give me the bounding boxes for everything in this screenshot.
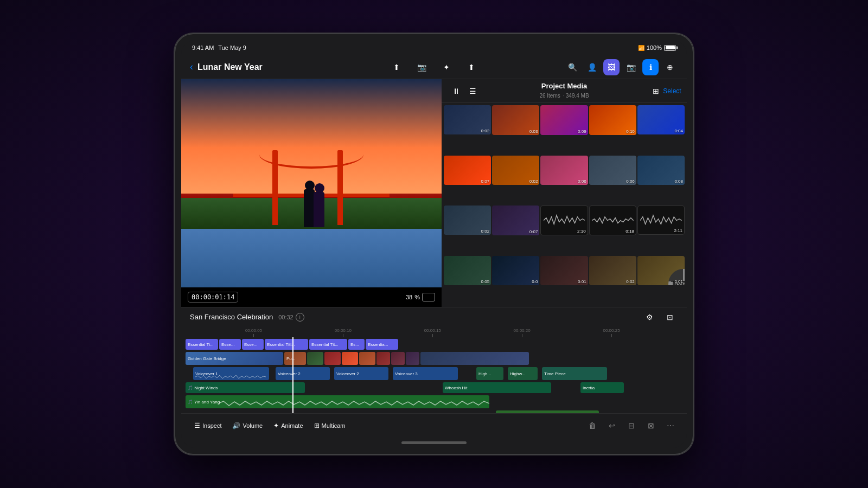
nav-right: 🔍 👤 🖼 📷 ℹ ⊕ — [515, 59, 678, 75]
media-thumb[interactable]: 0:03 — [492, 105, 539, 135]
video-clip[interactable] — [420, 352, 529, 365]
video-controls: 00:00:01:14 38 % — [181, 287, 442, 307]
video-clip[interactable] — [359, 352, 375, 365]
voiceover-clip-2a[interactable]: Voiceover 2 — [276, 367, 330, 380]
info-button[interactable]: ℹ — [642, 59, 659, 75]
video-clip[interactable]: Pu... — [284, 352, 306, 365]
multicam-label: Multicam — [322, 422, 346, 429]
animate-button[interactable]: ✦ Animate — [269, 420, 307, 432]
media-thumb[interactable]: 0:06 — [589, 156, 636, 185]
media-thumb[interactable]: PLAYHEAD × 0:01 — [637, 256, 685, 285]
thumb-duration: 2:11 — [674, 228, 682, 233]
high-clip-2[interactable]: Highw... — [508, 367, 538, 380]
magic-button[interactable]: ✦ — [438, 59, 455, 75]
back-button[interactable]: ‹ — [190, 61, 193, 73]
multicam-button[interactable]: ⊞ Multicam — [310, 420, 350, 432]
yin-yang-clip[interactable]: 🎵 Yin and Yang — [186, 395, 489, 408]
export-button[interactable]: ⬆ — [463, 59, 480, 75]
title-clip[interactable]: Essential Ti... — [186, 339, 218, 350]
person-2 — [314, 192, 324, 227]
more-button[interactable]: ⊕ — [662, 59, 678, 75]
search-button[interactable]: 🔍 — [564, 59, 580, 75]
voiceover-clip-3[interactable]: Voiceover 3 — [393, 367, 458, 380]
title-clip[interactable]: Essential Tit... — [309, 339, 347, 350]
media-thumb[interactable]: 0:18 — [589, 206, 636, 235]
video-clip[interactable] — [307, 352, 323, 365]
media-thumb[interactable]: 0:02 — [492, 156, 539, 185]
video-clip[interactable] — [324, 352, 341, 365]
timeline-header: San Francisco Celebration 00:32 i ⚙ ⊡ — [181, 307, 687, 326]
media-thumb[interactable]: 0:02 — [444, 105, 491, 134]
media-thumb[interactable]: 0:07 — [492, 206, 539, 235]
high-clip-1[interactable]: High... — [476, 367, 503, 380]
camera-button[interactable]: 📷 — [413, 59, 430, 75]
home-bar[interactable] — [401, 441, 467, 444]
timeline-duration: 00:32 — [278, 314, 293, 320]
undo-button[interactable]: ↩ — [604, 418, 620, 433]
video-clip[interactable] — [376, 352, 390, 365]
media-thumb[interactable]: 0:06 — [540, 156, 588, 185]
media-thumb[interactable]: 0:0 — [492, 256, 539, 286]
sfx-label: Whoosh Hit — [445, 386, 467, 390]
thumb-duration: 0:07 — [529, 229, 538, 234]
thumb-duration: 0:02 — [481, 129, 490, 133]
people-button[interactable]: 👤 — [584, 59, 600, 75]
video-clip[interactable] — [406, 352, 419, 365]
video-clip[interactable] — [342, 352, 358, 365]
bottom-left-tools: ☰ Inspect 🔊 Volume ✦ Animate ⊞ Multicam — [190, 420, 350, 432]
inertia-clip-1[interactable]: Inertia — [580, 382, 624, 393]
trim-button[interactable]: ⊠ — [643, 418, 659, 433]
library-button[interactable]: ☰ — [464, 83, 481, 99]
timeline-tracks: Essential Ti... Esse... Esse... Essentia… — [181, 337, 687, 413]
media-thumb[interactable]: 0:09 — [540, 105, 588, 135]
camera2-button[interactable]: 📷 — [623, 59, 639, 75]
sfx-label: 🎵 Night Winds — [188, 386, 218, 390]
title-clip[interactable]: Essentia... — [366, 339, 398, 350]
media-thumb[interactable]: 0:05 — [444, 256, 491, 285]
timeline-layout-button[interactable]: ⊡ — [662, 309, 678, 325]
video-clip-main[interactable]: Golden Gate Bridge — [186, 352, 283, 365]
thumb-duration: 2:10 — [577, 229, 586, 234]
media-thumb[interactable]: 0:04 — [637, 105, 685, 134]
voiceover-label: Voiceover 2 — [336, 371, 359, 376]
thumb-duration: 0:0 — [532, 279, 538, 284]
pause-button[interactable]: ⏸ — [448, 83, 464, 99]
sfx-track-row-1: 🎵 Night Winds Whoosh Hit Inertia — [186, 382, 682, 394]
photos-button[interactable]: 🖼 — [603, 59, 620, 75]
zoom-box-icon[interactable] — [422, 293, 435, 301]
media-thumb[interactable]: 2:11 — [637, 206, 685, 235]
night-winds-clip[interactable]: 🎵 Night Winds — [186, 382, 305, 393]
inspect-button[interactable]: ☰ Inspect — [190, 420, 226, 432]
title-clip[interactable]: Essential Titl... — [265, 339, 308, 350]
video-clip[interactable] — [391, 352, 405, 365]
more-options-button[interactable]: ⋯ — [663, 418, 678, 433]
ruler-label: 00:00:15 — [424, 328, 441, 333]
media-thumb[interactable]: 0:02 — [589, 256, 636, 286]
timeline-settings-button[interactable]: ⚙ — [641, 309, 658, 325]
grid-view-button[interactable]: ⊞ — [648, 83, 664, 99]
timeline-info-button[interactable]: i — [296, 313, 304, 322]
whoosh-clip[interactable]: Whoosh Hit — [443, 382, 551, 393]
delete-button[interactable]: 🗑 — [585, 418, 600, 433]
split-button[interactable]: ⊟ — [624, 418, 639, 433]
title-clip[interactable]: Es... — [348, 339, 365, 350]
select-button[interactable]: Select — [664, 83, 680, 99]
battery-percent: 100% — [647, 44, 662, 51]
media-items-count: 26 Items — [539, 93, 560, 99]
media-thumb[interactable]: 0:08 — [637, 156, 685, 185]
title-clip[interactable]: Esse... — [242, 339, 264, 350]
volume-button[interactable]: 🔊 Volume — [228, 420, 267, 432]
media-thumb[interactable]: 0:10 — [589, 105, 636, 135]
video-track-row: Golden Gate Bridge Pu... — [186, 351, 682, 365]
share-button[interactable]: ⬆ — [388, 59, 405, 75]
media-thumb[interactable]: 0:01 — [540, 256, 588, 286]
media-thumb[interactable]: 0:02 — [444, 206, 491, 235]
time-piece-clip[interactable]: Time Piece — [542, 367, 607, 380]
voiceover-clip-2b[interactable]: Voiceover 2 — [334, 367, 388, 380]
voiceover-clip-1[interactable]: Voiceover 1 — [193, 367, 269, 380]
title-clip[interactable]: Esse... — [219, 339, 241, 350]
nav-left: ‹ Lunar New Year — [190, 61, 353, 73]
inertia-clip-2[interactable]: Inertia — [496, 410, 599, 413]
media-thumb[interactable]: 2:10 — [540, 206, 588, 235]
media-thumb[interactable]: 0:07 — [444, 156, 491, 185]
